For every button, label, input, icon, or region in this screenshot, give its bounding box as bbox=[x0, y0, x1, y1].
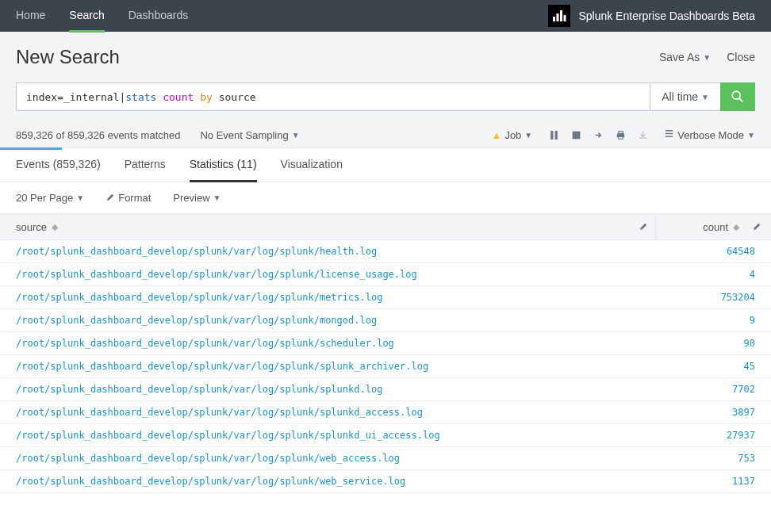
cell-count[interactable]: 9 bbox=[656, 309, 771, 331]
cell-source[interactable]: /root/splunk_dashboard_develop/splunk/va… bbox=[0, 470, 656, 492]
cell-source[interactable]: /root/splunk_dashboard_develop/splunk/va… bbox=[0, 286, 656, 308]
pencil-icon bbox=[639, 220, 648, 233]
cell-count[interactable]: 7702 bbox=[656, 378, 771, 400]
print-icon[interactable] bbox=[615, 129, 626, 140]
cell-source[interactable]: /root/splunk_dashboard_develop/splunk/va… bbox=[0, 424, 656, 446]
job-icons bbox=[548, 129, 648, 140]
nav-right: Splunk Enterprise Dashboards Beta bbox=[548, 5, 755, 27]
table-header: source ◆ count ◆ bbox=[0, 213, 771, 240]
export-icon[interactable] bbox=[637, 129, 648, 140]
svg-rect-2 bbox=[560, 10, 562, 21]
job-bar: 859,326 of 859,326 events matched No Eve… bbox=[0, 122, 771, 148]
search-button[interactable] bbox=[720, 82, 755, 111]
stop-icon[interactable] bbox=[570, 129, 581, 140]
cell-count[interactable]: 27937 bbox=[656, 424, 771, 446]
column-header-count[interactable]: count ◆ bbox=[656, 214, 747, 239]
search-icon bbox=[731, 90, 745, 104]
cell-count[interactable]: 4 bbox=[656, 263, 771, 285]
svg-rect-0 bbox=[553, 17, 555, 21]
svg-rect-10 bbox=[618, 131, 623, 133]
caret-down-icon: ▼ bbox=[524, 131, 532, 140]
job-left: 859,326 of 859,326 events matched No Eve… bbox=[16, 129, 300, 141]
search-mode-label: Verbose Mode bbox=[677, 129, 744, 141]
table-row: /root/splunk_dashboard_develop/splunk/va… bbox=[0, 263, 771, 286]
search-prefix: index=_internal| bbox=[26, 91, 125, 103]
cell-count[interactable]: 90 bbox=[656, 332, 771, 354]
tab-patterns[interactable]: Patterns bbox=[125, 158, 166, 182]
sort-icon: ◆ bbox=[52, 222, 58, 232]
cell-source[interactable]: /root/splunk_dashboard_develop/splunk/va… bbox=[0, 240, 656, 262]
svg-rect-1 bbox=[557, 13, 559, 21]
table-row: /root/splunk_dashboard_develop/splunk/va… bbox=[0, 378, 771, 401]
cell-source[interactable]: /root/splunk_dashboard_develop/splunk/va… bbox=[0, 447, 656, 469]
table-row: /root/splunk_dashboard_develop/splunk/va… bbox=[0, 332, 771, 355]
per-page-label: 20 Per Page bbox=[16, 192, 73, 204]
save-as-button[interactable]: Save As ▼ bbox=[659, 51, 711, 63]
cell-count[interactable]: 64548 bbox=[656, 240, 771, 262]
cell-count[interactable]: 1137 bbox=[656, 470, 771, 492]
top-nav: Home Search Dashboards Splunk Enterprise… bbox=[0, 0, 771, 32]
search-arg: source bbox=[219, 91, 256, 103]
event-sampling-dropdown[interactable]: No Event Sampling ▼ bbox=[200, 129, 299, 141]
cell-source[interactable]: /root/splunk_dashboard_develop/splunk/va… bbox=[0, 401, 656, 423]
svg-rect-6 bbox=[550, 131, 553, 140]
close-button[interactable]: Close bbox=[727, 51, 755, 63]
nav-search[interactable]: Search bbox=[69, 0, 104, 33]
cell-source[interactable]: /root/splunk_dashboard_develop/splunk/va… bbox=[0, 378, 656, 400]
nav-dashboards[interactable]: Dashboards bbox=[128, 0, 189, 33]
table-row: /root/splunk_dashboard_develop/splunk/va… bbox=[0, 355, 771, 378]
results-toolbar: 20 Per Page ▼ Format Preview ▼ bbox=[0, 182, 771, 213]
time-range-picker[interactable]: All time ▼ bbox=[650, 82, 720, 111]
column-header-source[interactable]: source ◆ bbox=[0, 214, 632, 239]
pencil-icon bbox=[753, 220, 761, 233]
column-count-label: count bbox=[703, 221, 728, 233]
result-tabs: Events (859,326) Patterns Statistics (11… bbox=[0, 148, 771, 182]
cell-count[interactable]: 753 bbox=[656, 447, 771, 469]
cell-count[interactable]: 753204 bbox=[656, 286, 771, 308]
table-row: /root/splunk_dashboard_develop/splunk/va… bbox=[0, 286, 771, 309]
cell-source[interactable]: /root/splunk_dashboard_develop/splunk/va… bbox=[0, 355, 656, 377]
per-page-dropdown[interactable]: 20 Per Page ▼ bbox=[16, 192, 84, 204]
save-as-label: Save As bbox=[659, 51, 700, 63]
table-row: /root/splunk_dashboard_develop/splunk/va… bbox=[0, 424, 771, 447]
tab-events[interactable]: Events (859,326) bbox=[16, 158, 101, 182]
search-row: index=_internal| stats count by source A… bbox=[0, 82, 771, 122]
search-cmd: stats bbox=[125, 91, 156, 103]
pause-icon[interactable] bbox=[548, 129, 559, 140]
job-menu[interactable]: ▲ Job ▼ bbox=[492, 129, 533, 141]
tab-visualization[interactable]: Visualization bbox=[281, 158, 343, 182]
pencil-icon bbox=[106, 192, 115, 204]
page-header: New Search Save As ▼ Close bbox=[0, 32, 771, 82]
nav-home[interactable]: Home bbox=[16, 0, 45, 33]
caret-down-icon: ▼ bbox=[703, 53, 711, 62]
table-row: /root/splunk_dashboard_develop/splunk/va… bbox=[0, 447, 771, 470]
warning-icon: ▲ bbox=[492, 129, 502, 141]
table-row: /root/splunk_dashboard_develop/splunk/va… bbox=[0, 470, 771, 493]
preview-dropdown[interactable]: Preview ▼ bbox=[173, 192, 221, 204]
column-edit-count[interactable] bbox=[747, 214, 771, 239]
cell-count[interactable]: 45 bbox=[656, 355, 771, 377]
job-label: Job bbox=[504, 129, 521, 141]
caret-down-icon: ▼ bbox=[701, 93, 709, 101]
cell-source[interactable]: /root/splunk_dashboard_develop/splunk/va… bbox=[0, 332, 656, 354]
table-row: /root/splunk_dashboard_develop/splunk/va… bbox=[0, 309, 771, 332]
column-source-label: source bbox=[16, 221, 47, 233]
table-row: /root/splunk_dashboard_develop/splunk/va… bbox=[0, 401, 771, 424]
cell-source[interactable]: /root/splunk_dashboard_develop/splunk/va… bbox=[0, 309, 656, 331]
caret-down-icon: ▼ bbox=[292, 131, 300, 140]
job-right: ▲ Job ▼ Verbose Mode ▼ bbox=[492, 128, 756, 141]
cell-count[interactable]: 3897 bbox=[656, 401, 771, 423]
svg-rect-11 bbox=[618, 136, 623, 139]
search-mode-dropdown[interactable]: Verbose Mode ▼ bbox=[664, 128, 755, 141]
share-icon[interactable] bbox=[593, 129, 604, 140]
header-actions: Save As ▼ Close bbox=[659, 51, 755, 63]
tab-statistics[interactable]: Statistics (11) bbox=[190, 158, 257, 182]
cell-source[interactable]: /root/splunk_dashboard_develop/splunk/va… bbox=[0, 263, 656, 285]
svg-point-4 bbox=[732, 91, 740, 99]
column-edit-source[interactable] bbox=[632, 214, 656, 239]
search-by: by bbox=[200, 91, 213, 103]
preview-label: Preview bbox=[173, 192, 209, 204]
search-input[interactable]: index=_internal| stats count by source bbox=[16, 82, 650, 111]
caret-down-icon: ▼ bbox=[213, 193, 221, 202]
format-button[interactable]: Format bbox=[106, 192, 151, 204]
